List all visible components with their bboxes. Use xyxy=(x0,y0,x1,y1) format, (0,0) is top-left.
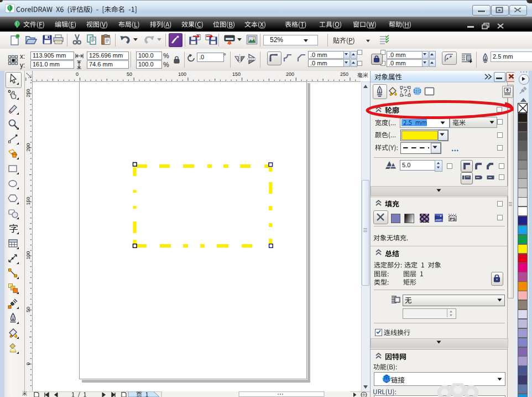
svg-text:PS: PS xyxy=(450,216,456,221)
